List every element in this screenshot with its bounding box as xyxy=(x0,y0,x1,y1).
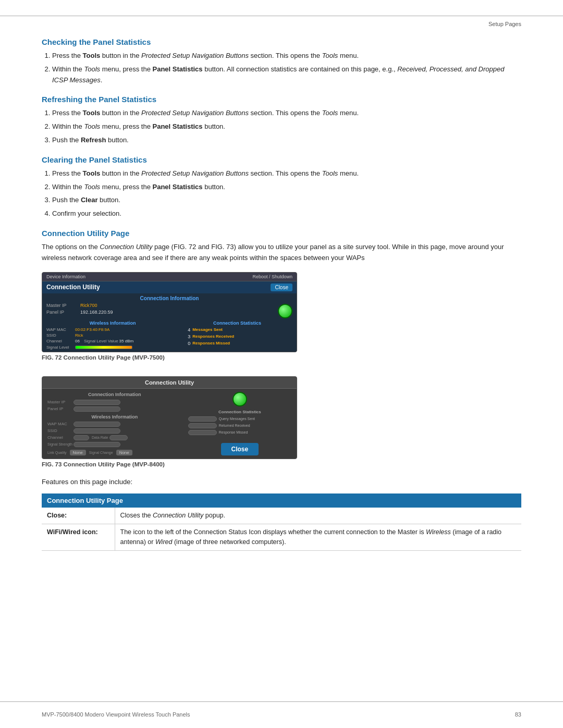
list-item: Push the Clear button. xyxy=(52,195,521,206)
connection-utility-heading: Connection Utility Page xyxy=(42,229,521,238)
messages-sent-num: 4 xyxy=(182,327,190,332)
panel-73-ssid-label: SSID xyxy=(47,428,74,433)
clearing-heading: Clearing the Panel Statistics xyxy=(42,155,521,164)
fig-72-container: Device Information Reboot / Shutdown Con… xyxy=(42,272,521,368)
clearing-list: Press the Tools button in the Protected … xyxy=(52,168,521,219)
panel-73-wap-mac-label: WAP MAC xyxy=(47,422,74,426)
wap-mac-value: 00:02:F3:40:F8:9A xyxy=(75,327,109,332)
panel-ip-value: 192.168.220.59 xyxy=(80,310,113,315)
connection-utility-intro: The options on the Connection Utility pa… xyxy=(42,242,521,264)
green-status-circle xyxy=(278,304,292,318)
panel-73-none-btn-1[interactable]: None xyxy=(70,450,86,455)
master-ip-label: Master IP xyxy=(46,303,80,308)
topbar-right: Reboot / Shutdown xyxy=(252,274,292,279)
footer: MVP-7500/8400 Modero Viewpoint Wireless … xyxy=(42,711,521,718)
feature-table: Connection Utility Page Close: Closes th… xyxy=(42,493,521,550)
panel-73-link-quality-label: Link Quality xyxy=(47,451,67,454)
checking-heading: Checking the Panel Statistics xyxy=(42,38,521,46)
panel-73-returned-label: Returned Received xyxy=(219,424,250,427)
list-item: Within the Tools menu, press the Panel S… xyxy=(52,64,521,86)
ssid-value: Rick xyxy=(75,333,83,338)
signal-bar-label: Signal Level xyxy=(46,345,75,350)
panel-73-data-rate-label: Data Rate xyxy=(92,436,108,439)
list-item: Press the Tools button in the Protected … xyxy=(52,168,521,179)
panel-73-conn-info-title: Connection Information xyxy=(47,392,182,397)
panel-73-query-label: Query Messages Sent xyxy=(219,417,255,421)
ssid-label: SSID xyxy=(46,333,75,338)
signal-bar xyxy=(75,346,132,349)
list-item: Press the Tools button in the Protected … xyxy=(52,51,521,61)
responses-received-num: 3 xyxy=(182,334,190,339)
panel-73-signal-change-label: Signal Change xyxy=(89,451,113,454)
signal-level-inline-value: 35 dBm xyxy=(119,339,134,343)
fig-73-caption: FIG. 73 Connection Utility Page (MVP-840… xyxy=(42,461,165,467)
fig-72-caption: FIG. 72 Connection Utility Page (MVP-750… xyxy=(42,354,165,361)
panel-73-response-label: Response Missed xyxy=(219,430,248,434)
list-item: Press the Tools button in the Protected … xyxy=(52,108,521,119)
list-item: Push the Refresh button. xyxy=(52,135,521,146)
panel-73-panel-ip-label: Panel IP xyxy=(47,406,74,411)
panel-72-title: Connection Utility xyxy=(46,283,100,291)
signal-level-inline-label: Signal Level Value xyxy=(84,339,118,343)
panel-73-channel-label: Channel xyxy=(47,435,74,440)
wireless-info-title: Wireless Information xyxy=(46,320,179,326)
wap-mac-label: WAP MAC xyxy=(46,327,75,332)
features-intro: Features on this page include: xyxy=(42,477,521,488)
topbar-left: Device Information xyxy=(46,274,85,279)
panel-73-signal-strength-label: Signal Strength xyxy=(47,442,74,446)
list-item: Within the Tools menu, press the Panel S… xyxy=(52,121,521,132)
panel-73-close-button[interactable]: Close xyxy=(221,443,259,455)
panel-ip-label: Panel IP xyxy=(46,310,80,315)
panel-73-green-circle xyxy=(232,392,247,406)
responses-missed-label: Responses Missed xyxy=(192,341,230,346)
conn-info-title: Connection Information xyxy=(46,295,292,303)
table-feature-close: Close: xyxy=(42,508,115,524)
panel-73-none-btn-2[interactable]: None xyxy=(116,450,132,455)
panel-72: Device Information Reboot / Shutdown Con… xyxy=(42,272,297,352)
table-feature-wifi: WiFi/Wired icon: xyxy=(42,524,115,551)
refreshing-heading: Refreshing the Panel Statistics xyxy=(42,95,521,104)
conn-stats-title: Connection Statistics xyxy=(182,320,292,326)
page-header-label: Setup Pages xyxy=(42,21,521,27)
list-item: Within the Tools menu, press the Panel S… xyxy=(52,182,521,193)
footer-right: 83 xyxy=(515,711,521,718)
responses-missed-num: 0 xyxy=(182,341,190,346)
list-item: Confirm your selection. xyxy=(52,208,521,219)
channel-label: Channel xyxy=(46,339,75,343)
panel-73-master-ip-label: Master IP xyxy=(47,400,74,404)
responses-received-label: Responses Received xyxy=(192,334,234,339)
panel-72-topbar: Device Information Reboot / Shutdown xyxy=(42,273,297,281)
table-row: WiFi/Wired icon: The icon to the left of… xyxy=(42,524,521,551)
panel-73-conn-stats-title: Connection Statistics xyxy=(188,410,291,414)
table-row: Close: Closes the Connection Utility pop… xyxy=(42,508,521,524)
panel-73-title: Connection Utility xyxy=(145,379,194,386)
footer-left: MVP-7500/8400 Modero Viewpoint Wireless … xyxy=(42,711,190,718)
checking-list: Press the Tools button in the Protected … xyxy=(52,51,521,85)
table-desc-close: Closes the Connection Utility popup. xyxy=(115,508,521,524)
channel-value: 06 xyxy=(75,339,80,343)
fig-73-container: Connection Utility Connection Informatio… xyxy=(42,376,521,475)
table-desc-wifi: The icon to the left of the Connection S… xyxy=(115,524,521,551)
table-header: Connection Utility Page xyxy=(42,493,521,508)
panel-73: Connection Utility Connection Informatio… xyxy=(42,376,297,459)
messages-sent-label: Messages Sent xyxy=(192,327,223,332)
panel-73-wireless-info-title: Wireless Information xyxy=(47,414,182,419)
refreshing-list: Press the Tools button in the Protected … xyxy=(52,108,521,145)
panel-72-close-button[interactable]: Close xyxy=(271,283,292,291)
master-ip-value: Rick700 xyxy=(80,303,97,308)
